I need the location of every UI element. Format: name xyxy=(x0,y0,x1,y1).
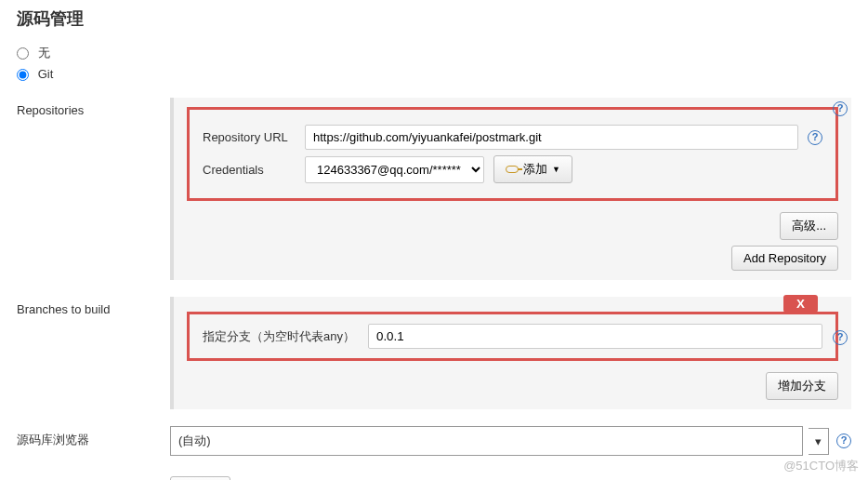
credentials-add-label: 添加 xyxy=(523,161,547,178)
credentials-add-button[interactable]: 添加 ▼ xyxy=(493,155,572,183)
branches-label: Branches to build xyxy=(17,297,170,409)
credentials-select[interactable]: 124633367@qq.com/****** xyxy=(305,156,484,183)
branches-highlight: 指定分支（为空时代表any） xyxy=(187,312,838,361)
chevron-down-icon: ▼ xyxy=(552,165,560,174)
help-icon[interactable]: ? xyxy=(833,330,848,345)
advanced-button[interactable]: 高级... xyxy=(780,212,838,240)
scm-none-radio[interactable] xyxy=(17,47,29,60)
branch-specifier-label: 指定分支（为空时代表any） xyxy=(203,328,355,345)
repo-browser-select[interactable]: (自动) xyxy=(170,426,803,456)
watermark: @51CTO博客 xyxy=(783,458,859,474)
branch-specifier-input[interactable] xyxy=(368,324,822,349)
help-icon[interactable]: ? xyxy=(836,433,851,448)
repositories-label: Repositories xyxy=(17,98,170,280)
add-repository-button[interactable]: Add Repository xyxy=(731,246,838,271)
scm-none-label: 无 xyxy=(38,46,50,60)
repo-browser-label: 源码库浏览器 xyxy=(17,426,170,456)
delete-branch-button[interactable]: X xyxy=(783,295,818,313)
scm-git-option[interactable]: Git xyxy=(17,67,53,81)
repo-url-label: Repository URL xyxy=(203,130,305,144)
credentials-label: Credentials xyxy=(203,163,305,177)
scm-git-radio[interactable] xyxy=(17,69,29,81)
scm-none-option[interactable]: 无 xyxy=(17,46,50,60)
key-icon xyxy=(506,166,519,173)
add-branch-button[interactable]: 增加分支 xyxy=(766,372,838,400)
page-title: 源码管理 xyxy=(17,7,851,30)
chevron-down-icon[interactable]: ▾ xyxy=(809,428,829,455)
repositories-highlight: Repository URL ? Credentials 124633367@q… xyxy=(187,107,838,201)
repo-url-input[interactable] xyxy=(305,125,798,150)
behaviours-add-button[interactable]: 新增 ▼ xyxy=(170,476,230,480)
help-icon[interactable]: ? xyxy=(833,101,848,116)
behaviours-label: Additional Behaviours xyxy=(17,476,170,480)
help-icon[interactable]: ? xyxy=(808,130,822,145)
scm-git-label: Git xyxy=(38,67,54,81)
